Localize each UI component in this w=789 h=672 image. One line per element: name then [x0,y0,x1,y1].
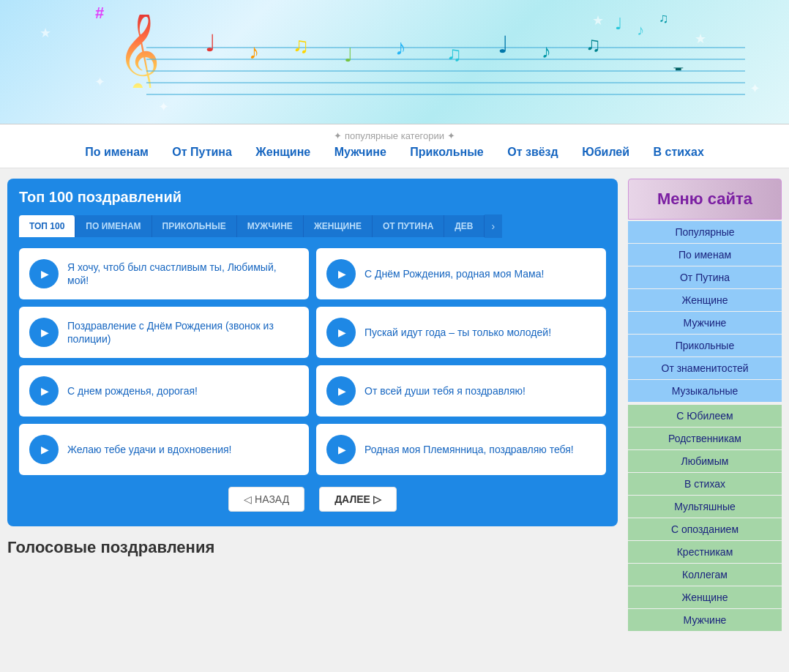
song-item-4: Пускай идут года – ты только молодей! [316,307,606,358]
tab-top100[interactable]: ТОП 100 [19,215,75,237]
nav-v-stihah[interactable]: В стихах [654,146,704,158]
sidebar-item-ot-putina[interactable]: От Путина [628,266,782,288]
categories-title: ✦ популярные категории ✦ [15,130,774,141]
song-title-7[interactable]: Желаю тебе удачи и вдохновения! [67,443,231,456]
play-button-7[interactable] [29,435,59,464]
song-item-6: От всей души тебя я поздравляю! [316,365,606,417]
top100-box: Топ 100 поздравлений ТОП 100 ПО ИМЕНАМ П… [7,179,618,526]
next-button[interactable]: ДАЛЕЕ ▷ [319,487,397,512]
sidebar-item-popularnye[interactable]: Популярные [628,221,782,243]
sidebar-item-multyashnye[interactable]: Мультяшные [628,496,782,518]
sidebar: Меню сайта Популярные По именам От Путин… [628,179,782,634]
sidebar-item-muzhchine[interactable]: Мужчине [628,312,782,334]
nav-ot-zvezd[interactable]: От звёзд [507,146,558,158]
back-button[interactable]: ◁ НАЗАД [228,487,304,512]
sidebar-item-prikolnye[interactable]: Прикольные [628,335,782,356]
play-button-4[interactable] [326,318,356,347]
song-item-2: С Днём Рождения, родная моя Мама! [316,248,606,299]
bottom-section-title: Голосовые поздравления [7,538,618,557]
play-button-2[interactable] [326,259,356,288]
green-menu-group: С Юбилеем Родственникам Любимым В стихах… [628,405,782,631]
header-music: 𝄞 # ♩ ♪ ♫ ♩ ♪ ♫ ♩ ♪ ♫ ♩ ♪ ♫ 𝄻 [0,0,789,124]
menu-title: Меню сайта [628,179,782,220]
sidebar-item-po-imenam[interactable]: По именам [628,244,782,266]
tab-prikolnye[interactable]: ПРИКОЛЬНЫЕ [152,215,237,237]
site-header: ★ ✦ ★ ✦ ★ ✦ 𝄞 # ♩ ♪ ♫ ♩ ♪ ♫ ♩ ♪ ♫ ♩ ♪ [0,0,789,124]
pagination: ◁ НАЗАД ДАЛЕЕ ▷ [19,487,606,512]
sidebar-item-muzykalnye[interactable]: Музыкальные [628,380,782,402]
nav-muzhchine[interactable]: Мужчине [334,146,386,158]
sidebar-item-krestnikam[interactable]: Крестникам [628,541,782,563]
tab-ot-putina[interactable]: ОТ ПУТИНА [373,215,444,237]
songs-grid: Я хочу, чтоб был счастливым ты, Любимый,… [19,248,606,475]
nav-links: По именам От Путина Женщине Мужчине Прик… [15,146,774,159]
sidebar-item-ot-znamenitostey[interactable]: От знаменитостей [628,357,782,379]
tabs-next-arrow[interactable]: › [485,214,503,238]
tabs-bar: ТОП 100 ПО ИМЕНАМ ПРИКОЛЬНЫЕ МУЖЧИНЕ ЖЕН… [19,214,606,238]
sidebar-item-s-opozdaniem[interactable]: С опозданием [628,518,782,540]
song-item-7: Желаю тебе удачи и вдохновения! [19,424,309,475]
song-title-3[interactable]: Поздравление с Днём Рождения (звонок из … [67,319,299,346]
song-title-2[interactable]: С Днём Рождения, родная моя Мама! [364,267,544,280]
play-button-1[interactable] [29,259,59,288]
blue-menu-group: Популярные По именам От Путина Женщине М… [628,221,782,402]
sidebar-item-rodstvennikam[interactable]: Родственникам [628,428,782,449]
sidebar-item-v-stihah[interactable]: В стихах [628,473,782,495]
play-button-5[interactable] [29,376,59,406]
song-title-6[interactable]: От всей души тебя я поздравляю! [364,384,526,397]
categories-bar: ✦ популярные категории ✦ По именам От Пу… [0,124,789,168]
tab-muzhchine[interactable]: МУЖЧИНЕ [237,215,304,237]
song-item-3: Поздравление с Днём Рождения (звонок из … [19,307,309,358]
sidebar-item-kollegam[interactable]: Коллегам [628,564,782,586]
music-staff: ♩ ♪ ♫ ♩ ♪ ♫ ♩ ♪ ♫ ♩ ♪ ♫ 𝄻 [146,37,745,95]
tab-po-imenam[interactable]: ПО ИМЕНАМ [75,215,152,237]
nav-zhenschine[interactable]: Женщине [255,146,310,158]
content-area: Топ 100 поздравлений ТОП 100 ПО ИМЕНАМ П… [7,179,618,634]
nav-po-imenam[interactable]: По именам [85,146,149,158]
nav-yubilei[interactable]: Юбилей [582,146,629,158]
play-button-8[interactable] [326,435,356,464]
main-layout: Топ 100 поздравлений ТОП 100 ПО ИМЕНАМ П… [0,168,789,644]
song-item-8: Родная моя Племянница, поздравляю тебя! [316,424,606,475]
tab-zhenschine[interactable]: ЖЕНЩИНЕ [304,215,373,237]
song-title-5[interactable]: С днем рожденья, дорогая! [67,384,198,397]
sidebar-item-zhenschine-green[interactable]: Женщине [628,586,782,608]
song-title-8[interactable]: Родная моя Племянница, поздравляю тебя! [364,443,574,456]
sidebar-item-zhenschine[interactable]: Женщине [628,289,782,311]
sidebar-item-s-yubileem[interactable]: С Юбилеем [628,405,782,427]
tab-dev[interactable]: ДЕВ [444,215,484,237]
sidebar-item-lubimym[interactable]: Любимым [628,450,782,472]
nav-prikolnye[interactable]: Прикольные [410,146,484,158]
top100-title: Топ 100 поздравлений [19,189,606,206]
song-item-5: С днем рожденья, дорогая! [19,365,309,417]
sidebar-item-muzhchine-green[interactable]: Мужчине [628,609,782,631]
song-item-1: Я хочу, чтоб был счастливым ты, Любимый,… [19,248,309,299]
hashtag-icon: # [95,4,104,23]
song-title-1[interactable]: Я хочу, чтоб был счастливым ты, Любимый,… [67,261,299,287]
song-title-4[interactable]: Пускай идут года – ты только молодей! [364,326,551,339]
play-button-6[interactable] [326,376,356,406]
nav-ot-putina[interactable]: От Путина [172,146,232,158]
play-button-3[interactable] [29,318,59,347]
